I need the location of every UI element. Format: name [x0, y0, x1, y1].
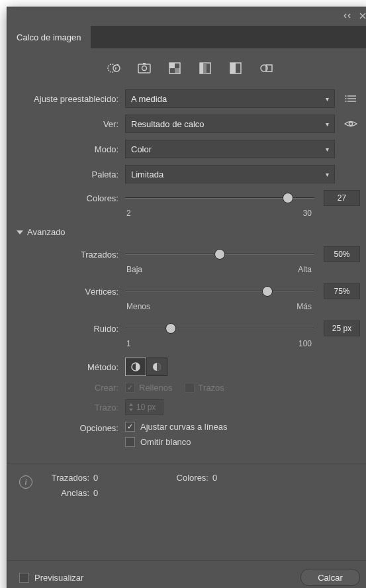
stat-paths-label: Trazados: [40, 473, 93, 483]
preset-dropdown[interactable]: A medida ▾ [125, 89, 335, 108]
view-value: Resultado de calco [131, 119, 205, 129]
options-label: Opciones: [19, 422, 125, 433]
stepper-arrows-icon [128, 403, 134, 412]
colors-value[interactable]: 27 [324, 190, 360, 206]
snap-curves-label: Ajustar curvas a líneas [140, 422, 228, 432]
stat-anchors-value: 0 [93, 488, 133, 498]
slider-thumb[interactable] [283, 193, 293, 203]
colors-label: Colores: [19, 193, 125, 203]
svg-point-19 [345, 95, 347, 97]
mode-dropdown[interactable]: Color ▾ [125, 140, 335, 158]
colors-min: 2 [126, 209, 131, 218]
noise-value[interactable]: 25 px [324, 320, 360, 336]
tab-bar: Calco de imagen [7, 26, 366, 48]
paths-min: Baja [126, 265, 142, 274]
window-titlebar [7, 7, 366, 26]
svg-rect-11 [203, 63, 206, 74]
fills-label: Rellenos [139, 383, 173, 393]
colors-slider[interactable] [125, 191, 314, 205]
method-abutting-button[interactable] [125, 358, 146, 376]
tab-image-trace[interactable]: Calco de imagen [7, 26, 91, 48]
noise-label: Ruido: [19, 324, 125, 334]
svg-point-4 [142, 66, 146, 71]
svg-point-20 [345, 98, 347, 99]
corners-label: Vértices: [19, 287, 125, 297]
svg-rect-7 [169, 63, 175, 68]
noise-min: 1 [126, 339, 131, 348]
palette-dropdown[interactable]: Limitada ▾ [125, 165, 335, 183]
svg-point-21 [345, 101, 347, 102]
black-white-icon[interactable] [228, 60, 244, 76]
trace-button[interactable]: Calcar [300, 569, 360, 586]
noise-slider[interactable] [125, 322, 314, 335]
stat-colors-label: Colores: [133, 473, 212, 483]
stroke-label: Trazo: [19, 403, 125, 413]
mode-label: Modo: [19, 144, 125, 154]
method-overlapping-button[interactable] [146, 358, 167, 376]
fills-checkbox [125, 383, 135, 393]
paths-slider[interactable] [125, 248, 314, 261]
preview-label: Previsualizar [34, 573, 83, 583]
tab-label: Calco de imagen [17, 32, 81, 42]
high-color-icon[interactable] [136, 60, 152, 76]
paths-label: Trazados: [19, 250, 125, 260]
preview-checkbox[interactable] [19, 573, 29, 583]
trace-button-label: Calcar [318, 573, 343, 583]
stroke-stepper: 10 px [125, 399, 163, 415]
paths-value[interactable]: 50% [324, 246, 360, 262]
preset-value: A medida [131, 94, 167, 104]
corners-min: Menos [126, 302, 150, 311]
preset-menu-icon[interactable] [342, 89, 360, 108]
chevron-down-icon: ▾ [326, 171, 329, 178]
view-label: Ver: [19, 119, 125, 129]
preset-label: Ajuste preestablecido: [19, 94, 125, 104]
chevron-down-icon: ▾ [326, 95, 329, 103]
grayscale-icon[interactable] [197, 60, 213, 76]
corners-slider[interactable] [125, 285, 314, 298]
collapse-icon[interactable] [343, 12, 352, 21]
method-label: Método: [19, 362, 125, 372]
svg-point-22 [349, 122, 353, 126]
noise-max: 100 [298, 339, 312, 348]
ignore-white-label: Omitir blanco [140, 437, 191, 447]
advanced-section-toggle[interactable]: Avanzado [17, 227, 360, 237]
strokes-checkbox [185, 383, 195, 393]
paths-max: Alta [298, 265, 312, 274]
chevron-down-icon: ▾ [326, 121, 329, 128]
advanced-label: Avanzado [27, 227, 66, 237]
eye-icon[interactable] [342, 115, 360, 133]
corners-max: Más [297, 302, 312, 311]
stat-anchors-label: Anclas: [40, 488, 93, 498]
svg-rect-13 [230, 63, 236, 74]
slider-thumb[interactable] [165, 323, 176, 334]
auto-color-icon[interactable] [106, 60, 122, 76]
info-icon: i [19, 475, 32, 489]
disclosure-triangle-icon [17, 230, 23, 234]
mode-value: Color [131, 144, 152, 154]
stats-bar: i Trazados: 0 Colores: 0 Anclas: 0 [7, 463, 366, 507]
preset-icon-toolbar [7, 48, 366, 89]
slider-thumb[interactable] [262, 286, 273, 297]
stat-paths-value: 0 [93, 473, 133, 483]
svg-rect-5 [143, 63, 146, 64]
stroke-value: 10 px [136, 403, 156, 412]
colors-max: 30 [303, 209, 312, 218]
view-dropdown[interactable]: Resultado de calco ▾ [125, 115, 335, 133]
svg-rect-10 [200, 63, 203, 74]
ignore-white-checkbox[interactable] [125, 437, 135, 447]
slider-thumb[interactable] [214, 249, 225, 260]
svg-point-2 [116, 64, 118, 66]
svg-point-1 [113, 65, 120, 72]
create-label: Crear: [19, 383, 125, 393]
stat-colors-value: 0 [212, 473, 252, 483]
snap-curves-checkbox[interactable] [125, 422, 135, 432]
palette-value: Limitada [131, 170, 163, 179]
corners-value[interactable]: 75% [324, 283, 360, 299]
image-trace-panel: Calco de imagen Ajuste preestablecido: A… [7, 7, 366, 588]
strokes-label: Trazos [199, 383, 224, 393]
palette-label: Paleta: [19, 170, 125, 179]
chevron-down-icon: ▾ [326, 146, 329, 153]
low-color-icon[interactable] [167, 60, 183, 76]
close-icon[interactable] [359, 12, 366, 22]
outline-icon[interactable] [258, 60, 274, 76]
